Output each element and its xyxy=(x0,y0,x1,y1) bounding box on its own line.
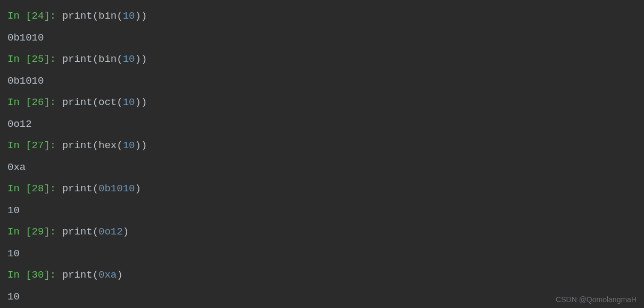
inner-paren-open: ( xyxy=(117,140,122,151)
paren-open: ( xyxy=(93,269,98,281)
code-func: print xyxy=(62,140,93,151)
input-prompt: In [30]: xyxy=(7,269,62,281)
code-inner-func: hex xyxy=(98,140,117,151)
paren-open: ( xyxy=(93,226,98,238)
code-inner-func: bin xyxy=(98,10,117,22)
paren-open: ( xyxy=(93,183,98,194)
paren-open: ( xyxy=(93,10,98,22)
inner-paren-open: ( xyxy=(117,53,122,65)
code-func: print xyxy=(62,10,93,22)
code-arg: 10 xyxy=(123,53,135,65)
input-prompt: In [24]: xyxy=(7,10,62,22)
inner-paren-open: ( xyxy=(117,96,122,108)
output-28: 10 xyxy=(7,200,637,222)
paren-close: ) xyxy=(141,140,147,151)
code-func: print xyxy=(62,226,93,238)
paren-close: ) xyxy=(141,10,147,22)
code-func: print xyxy=(62,183,93,194)
inner-paren-close: ) xyxy=(135,53,141,65)
code-func: print xyxy=(62,269,93,281)
paren-open: ( xyxy=(93,140,98,151)
code-arg: 0o12 xyxy=(98,226,123,238)
output-29: 10 xyxy=(7,243,637,265)
paren-close: ) xyxy=(123,226,129,238)
code-func: print xyxy=(62,96,93,108)
cell-25[interactable]: In [25]: print(bin(10)) xyxy=(7,48,637,70)
paren-close: ) xyxy=(135,183,141,194)
cell-30[interactable]: In [30]: print(0xa) xyxy=(7,264,637,286)
input-prompt: In [25]: xyxy=(7,53,62,65)
cell-24[interactable]: In [24]: print(bin(10)) xyxy=(7,5,637,27)
input-prompt: In [29]: xyxy=(7,226,62,238)
output-25: 0b1010 xyxy=(7,70,637,92)
cell-28[interactable]: In [28]: print(0b1010) xyxy=(7,178,637,200)
code-inner-func: bin xyxy=(98,53,117,65)
code-arg: 10 xyxy=(123,96,135,108)
code-arg: 0b1010 xyxy=(98,183,135,194)
code-func: print xyxy=(62,53,93,65)
output-27: 0xa xyxy=(7,157,637,179)
paren-close: ) xyxy=(141,96,147,108)
output-30: 10 xyxy=(7,286,637,308)
input-prompt: In [27]: xyxy=(7,140,62,151)
paren-close: ) xyxy=(117,269,122,281)
cell-29[interactable]: In [29]: print(0o12) xyxy=(7,221,637,243)
output-26: 0o12 xyxy=(7,114,637,135)
code-arg: 10 xyxy=(123,140,135,151)
watermark-text: CSDN @QomolangmaH xyxy=(556,295,637,304)
cell-26[interactable]: In [26]: print(oct(10)) xyxy=(7,92,637,114)
paren-close: ) xyxy=(141,53,147,65)
paren-open: ( xyxy=(93,53,98,65)
code-arg: 10 xyxy=(123,10,135,22)
input-prompt: In [28]: xyxy=(7,183,62,194)
inner-paren-close: ) xyxy=(135,140,141,151)
code-arg: 0xa xyxy=(98,269,117,281)
terminal-container: In [24]: print(bin(10)) 0b1010 In [25]: … xyxy=(7,5,637,307)
paren-open: ( xyxy=(93,96,98,108)
inner-paren-close: ) xyxy=(135,96,141,108)
inner-paren-open: ( xyxy=(117,10,122,22)
code-inner-func: oct xyxy=(98,96,117,108)
inner-paren-close: ) xyxy=(135,10,141,22)
output-24: 0b1010 xyxy=(7,27,637,49)
input-prompt: In [26]: xyxy=(7,96,62,108)
cell-27[interactable]: In [27]: print(hex(10)) xyxy=(7,135,637,157)
